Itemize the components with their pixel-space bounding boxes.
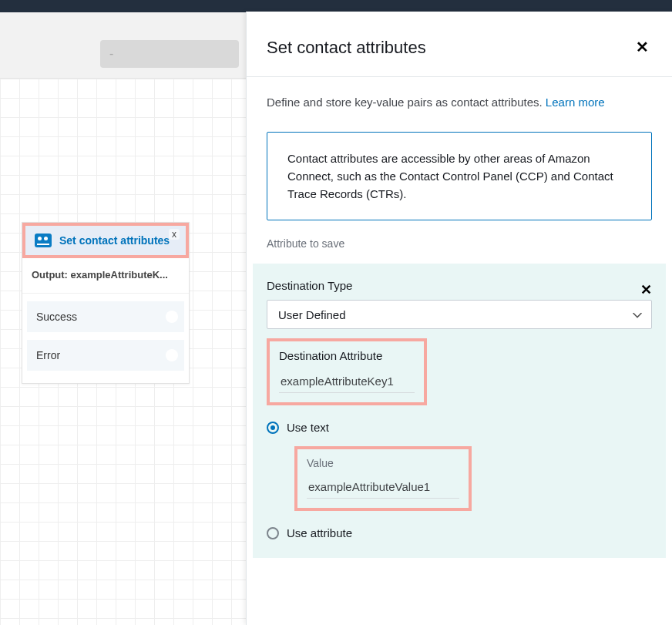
flow-block-set-contact-attributes[interactable]: Set contact attributes x Output: example… xyxy=(22,222,190,384)
panel-title: Set contact attributes xyxy=(267,38,426,58)
destination-type-label: Destination Type xyxy=(267,279,352,292)
destination-type-select[interactable]: User Defined xyxy=(267,300,652,329)
destination-attribute-group: Destination Attribute exampleAttributeKe… xyxy=(267,338,427,405)
chevron-down-icon xyxy=(633,308,642,321)
breadcrumb-text: - xyxy=(109,47,113,61)
flow-port-success[interactable] xyxy=(166,311,178,323)
close-icon[interactable]: ✕ xyxy=(633,38,652,56)
learn-more-link[interactable]: Learn more xyxy=(546,96,605,109)
use-text-radio-row[interactable]: Use text xyxy=(267,421,652,434)
use-attribute-radio[interactable] xyxy=(267,527,279,539)
divider xyxy=(247,76,672,77)
flow-block-success-label: Success xyxy=(36,311,77,323)
flow-block-title: Set contact attributes xyxy=(59,234,170,247)
use-attribute-label: Use attribute xyxy=(287,526,352,539)
flow-block-header[interactable]: Set contact attributes x xyxy=(22,223,189,258)
contact-attributes-icon xyxy=(35,234,52,247)
value-input[interactable]: exampleAttributeValue1 xyxy=(307,477,459,499)
flow-block-error[interactable]: Error xyxy=(27,340,184,371)
info-box: Contact attributes are accessible by oth… xyxy=(267,132,652,221)
flow-block-close-button[interactable]: x xyxy=(169,229,180,240)
destination-type-value: User Defined xyxy=(278,308,346,321)
top-bar xyxy=(0,0,672,12)
flow-block-error-label: Error xyxy=(36,349,60,361)
destination-attribute-label: Destination Attribute xyxy=(279,349,415,362)
flow-block-output: Output: exampleAttributeK... xyxy=(22,258,189,294)
destination-attribute-input[interactable]: exampleAttributeKey1 xyxy=(279,371,415,393)
breadcrumb-pill[interactable]: - xyxy=(100,40,239,68)
attribute-to-save-label: Attribute to save xyxy=(267,237,652,250)
flow-port-error[interactable] xyxy=(166,349,178,361)
attribute-card: Destination Type ✕ User Defined Destinat… xyxy=(253,264,666,558)
flow-block-success[interactable]: Success xyxy=(27,301,184,332)
use-attribute-radio-row[interactable]: Use attribute xyxy=(267,526,652,539)
panel-description-text: Define and store key-value pairs as cont… xyxy=(267,96,546,109)
remove-attribute-icon[interactable]: ✕ xyxy=(640,281,652,298)
panel-description: Define and store key-value pairs as cont… xyxy=(267,94,652,112)
value-group: Value exampleAttributeValue1 xyxy=(294,446,472,511)
value-label: Value xyxy=(307,457,459,469)
use-text-radio[interactable] xyxy=(267,422,279,434)
side-panel-set-contact-attributes: Set contact attributes ✕ Define and stor… xyxy=(246,12,672,625)
use-text-label: Use text xyxy=(287,421,329,434)
